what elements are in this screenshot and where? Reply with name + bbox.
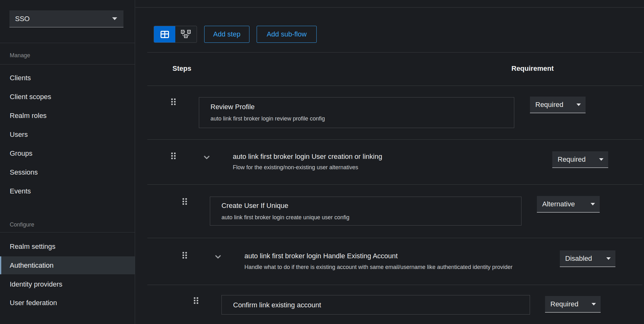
requirement-value: Required	[550, 300, 578, 308]
requirement-select[interactable]: Disabled	[560, 250, 615, 267]
row-separator	[147, 184, 642, 185]
caret-down-icon	[599, 158, 603, 161]
masthead-border	[135, 7, 644, 8]
caret-down-icon	[112, 17, 117, 20]
chevron-down-icon[interactable]	[215, 254, 221, 260]
realm-selector[interactable]: SSO	[9, 10, 123, 27]
step-title: Create User If Unique	[221, 201, 288, 210]
requirement-value: Alternative	[542, 200, 575, 208]
sidebar-item-clients[interactable]: Clients	[0, 74, 135, 82]
flow-title: auto link first broker login Handle Exis…	[244, 252, 398, 260]
sidebar-item-authentication[interactable]: Authentication	[0, 256, 135, 274]
sidebar-item-users[interactable]: Users	[0, 130, 135, 139]
requirement-select[interactable]: Required	[552, 151, 608, 168]
step-title: Confirm link existing account	[233, 301, 321, 309]
drag-grip-icon[interactable]	[171, 153, 176, 161]
sidebar-item-realm-roles[interactable]: Realm roles	[0, 111, 135, 120]
requirement-value: Required	[558, 155, 586, 164]
sidebar: SSO Manage Clients Client scopes Realm r…	[0, 0, 135, 324]
sidebar-divider	[0, 43, 135, 43]
sidebar-item-realm-settings[interactable]: Realm settings	[0, 242, 135, 251]
nav-section-label-configure: Configure	[10, 221, 34, 228]
step-subtitle: auto link first broker login create uniq…	[221, 214, 349, 221]
sidebar-item-user-federation[interactable]: User federation	[0, 299, 135, 307]
flow-subtitle: Handle what to do if there is existing a…	[244, 264, 512, 271]
table-border	[147, 52, 642, 53]
sidebar-item-identity-providers[interactable]: Identity providers	[0, 280, 135, 288]
step-card: Confirm link existing account	[221, 295, 530, 315]
requirement-value: Required	[535, 101, 563, 109]
diagram-view-icon	[181, 30, 191, 39]
flow-subtitle: Flow for the existing/non-existing user …	[233, 164, 358, 171]
step-subtitle: auto link first broker login review prof…	[210, 115, 325, 122]
step-title: Review Profile	[210, 103, 255, 111]
row-separator	[147, 238, 642, 238]
sidebar-item-groups[interactable]: Groups	[0, 149, 135, 158]
nav-section-label-manage: Manage	[10, 52, 30, 59]
row-separator	[147, 86, 642, 86]
column-header-steps: Steps	[172, 64, 191, 73]
sidebar-item-client-scopes[interactable]: Client scopes	[0, 92, 135, 101]
add-step-button[interactable]: Add step	[204, 26, 249, 43]
requirement-select[interactable]: Required	[545, 296, 601, 313]
drag-grip-icon[interactable]	[183, 198, 187, 206]
sidebar-divider	[0, 232, 135, 232]
diagram-view-button[interactable]	[175, 26, 197, 42]
step-card: Review Profile auto link first broker lo…	[199, 97, 514, 128]
table-view-icon	[161, 31, 169, 38]
caret-down-icon	[606, 257, 611, 260]
flow-title: auto link first broker login User creati…	[233, 152, 382, 161]
requirement-select[interactable]: Required	[530, 97, 586, 113]
row-separator	[147, 285, 642, 285]
requirement-value: Disabled	[565, 254, 592, 263]
caret-down-icon	[592, 303, 596, 305]
caret-down-icon	[591, 203, 595, 205]
realm-selector-value: SSO	[15, 15, 30, 23]
sidebar-item-sessions[interactable]: Sessions	[0, 168, 135, 176]
drag-grip-icon[interactable]	[183, 252, 187, 260]
drag-grip-icon[interactable]	[171, 98, 176, 107]
requirement-select[interactable]: Alternative	[537, 196, 600, 213]
sidebar-divider	[0, 64, 135, 64]
step-card: Create User If Unique auto link first br…	[210, 197, 521, 226]
drag-grip-icon[interactable]	[194, 297, 198, 305]
sidebar-item-events[interactable]: Events	[0, 187, 135, 195]
column-header-requirement: Requirement	[511, 64, 554, 73]
main-content: Add step Add sub-flow Steps Requirement …	[135, 0, 644, 324]
add-subflow-button[interactable]: Add sub-flow	[257, 26, 317, 43]
view-toggle-group	[154, 26, 197, 43]
caret-down-icon	[576, 103, 581, 106]
row-separator	[147, 139, 642, 140]
chevron-down-icon[interactable]	[204, 155, 210, 160]
table-view-button[interactable]	[154, 26, 175, 42]
